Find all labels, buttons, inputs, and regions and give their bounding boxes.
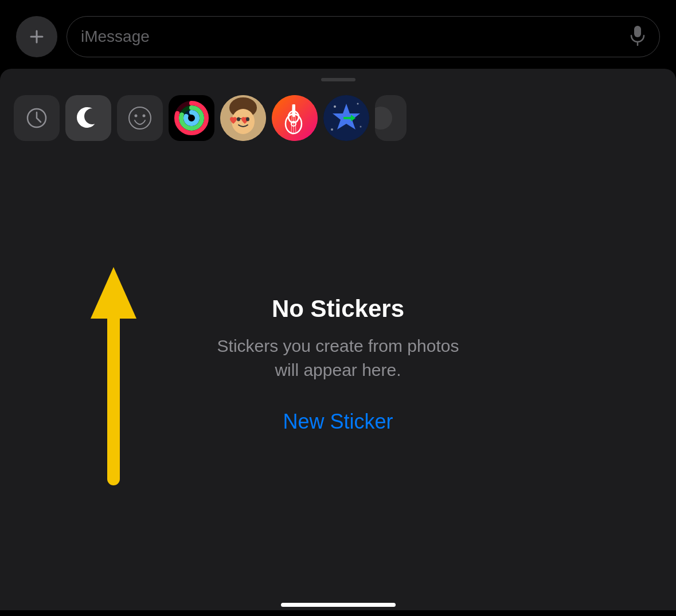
new-sticker-button[interactable]: New Sticker [283,410,393,434]
no-stickers-title: No Stickers [272,295,404,323]
tab-more[interactable] [375,95,407,141]
content-area: No Stickers Stickers you create from pho… [0,152,676,610]
svg-point-5 [129,107,151,129]
arrow-annotation [85,261,142,504]
svg-point-34 [331,128,333,131]
tab-emoji[interactable] [117,95,163,141]
svg-point-18 [237,117,240,121]
svg-point-6 [135,115,138,117]
svg-rect-2 [634,26,641,37]
svg-point-19 [246,117,249,121]
svg-marker-37 [91,267,136,319]
tab-bar [0,95,676,141]
svg-point-32 [357,103,359,105]
tab-stickers[interactable] [65,95,111,141]
input-placeholder: iMessage [81,28,150,46]
tab-recents[interactable] [14,95,60,141]
tab-activity[interactable] [169,95,214,141]
svg-point-33 [360,126,362,128]
add-button[interactable] [16,16,57,57]
svg-point-35 [375,107,392,130]
sticker-panel: No Stickers Stickers you create from pho… [0,69,676,610]
home-indicator [281,603,396,607]
svg-point-7 [143,115,146,117]
no-stickers-subtitle: Stickers you create from photoswill appe… [217,334,459,382]
drag-handle [321,78,355,81]
tab-sticker-pack[interactable] [323,95,369,141]
message-input[interactable]: iMessage [67,16,660,57]
microphone-icon [630,25,646,48]
svg-point-31 [334,105,336,108]
tab-garageband[interactable] [272,95,318,141]
top-bar: iMessage [0,0,676,69]
tab-memoji[interactable] [220,95,266,141]
